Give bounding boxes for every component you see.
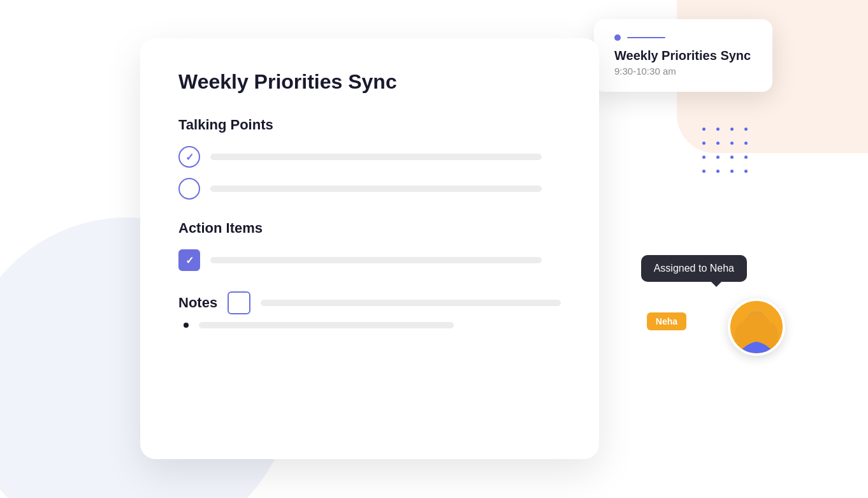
scene: Weekly Priorities Sync 9:30-10:30 am Wee… [0, 0, 868, 498]
checkbox-circle-empty[interactable] [178, 178, 200, 200]
main-card: Weekly Priorities Sync Talking Points ✓ … [140, 38, 599, 459]
avatar [728, 298, 785, 356]
avatar-image [730, 301, 783, 353]
meeting-indicator [614, 34, 752, 41]
talking-point-item-2[interactable] [178, 178, 561, 200]
action-items-section: Action Items ✓ [178, 220, 561, 271]
item-line-1 [210, 154, 542, 160]
checkbox-square-checked[interactable]: ✓ [178, 249, 200, 271]
action-item-1[interactable]: ✓ [178, 249, 561, 271]
assigned-tooltip: Assigned to Neha [641, 255, 747, 282]
meeting-line [627, 37, 665, 39]
action-items-heading: Action Items [178, 220, 561, 237]
checkbox-circle-checked[interactable]: ✓ [178, 146, 200, 168]
talking-points-heading: Talking Points [178, 117, 561, 133]
meeting-popup-title: Weekly Priorities Sync [614, 48, 752, 63]
notes-line [261, 300, 561, 306]
svg-point-5 [735, 323, 749, 349]
talking-points-section: Talking Points ✓ [178, 117, 561, 200]
square-checkmark-icon: ✓ [185, 254, 194, 267]
meeting-dot [614, 34, 621, 41]
notes-bullet-row [178, 322, 561, 328]
item-line-2 [210, 186, 542, 192]
talking-point-item-1[interactable]: ✓ [178, 146, 561, 168]
svg-point-6 [764, 323, 778, 349]
action-item-line [210, 257, 542, 263]
notes-bullet-line [199, 322, 454, 328]
meeting-popup-time: 9:30-10:30 am [614, 66, 752, 77]
card-title: Weekly Priorities Sync [178, 70, 561, 94]
meeting-popup: Weekly Priorities Sync 9:30-10:30 am [594, 19, 772, 92]
checkmark-icon: ✓ [185, 151, 194, 163]
notes-checkbox-empty[interactable] [228, 291, 250, 314]
neha-tag: Neha [647, 312, 686, 330]
tooltip-text: Assigned to Neha [654, 263, 734, 274]
dot-grid-decoration [702, 128, 753, 179]
notes-section: Notes [178, 291, 561, 328]
notes-heading: Notes [178, 295, 217, 311]
bullet-point [184, 323, 189, 328]
